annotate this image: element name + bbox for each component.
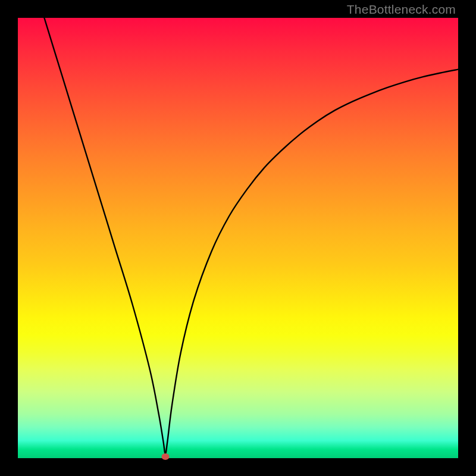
plot-area <box>18 18 458 458</box>
chart-frame: TheBottleneck.com <box>0 0 476 476</box>
watermark-text: TheBottleneck.com <box>347 2 456 17</box>
optimal-point-marker <box>161 453 169 460</box>
bottleneck-curve <box>18 18 458 458</box>
